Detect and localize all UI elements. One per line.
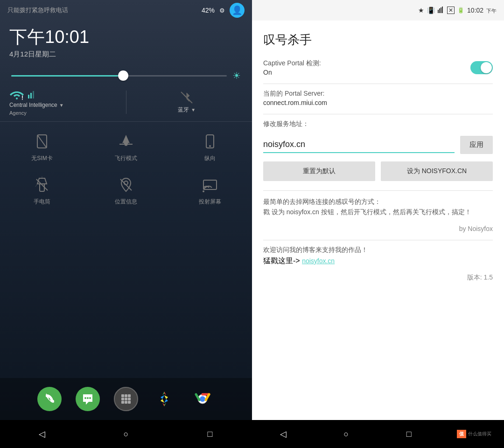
action-cast[interactable]: 投射屏幕 (168, 169, 252, 212)
svg-rect-35 (442, 7, 443, 13)
quick-toggle-row: ! Central Intelligence ▼ Agency (0, 89, 252, 122)
action-flashlight[interactable]: 手电筒 (0, 169, 84, 212)
left-nav: ◁ ○ □ (0, 429, 252, 439)
cast-label: 投射屏幕 (199, 198, 221, 206)
svg-text:!: ! (21, 95, 23, 100)
input-row: 应用 (263, 136, 493, 154)
captive-portal-value: On (263, 69, 321, 76)
left-back-button[interactable]: ◁ (23, 429, 61, 439)
no-sim-icon (33, 132, 51, 151)
svg-rect-3 (30, 93, 32, 98)
svg-rect-25 (125, 398, 127, 400)
divider-1 (263, 84, 493, 84)
dock-phone[interactable] (37, 387, 62, 411)
modify-address-label: 修改服务地址： (263, 120, 493, 128)
toggle-divider (126, 91, 126, 114)
link-row: 猛戳这里-> noisyfox.cn (263, 256, 493, 266)
brightness-slider[interactable] (11, 75, 227, 77)
bluetooth-toggle[interactable]: 蓝牙 ▼ (131, 91, 243, 114)
wifi-chevron: ▼ (59, 103, 64, 108)
wifi-name: Central Intelligence (9, 102, 57, 108)
brightness-fill (11, 75, 123, 77)
left-home-button[interactable]: ○ (107, 429, 145, 439)
brightness-icon: ☀ (232, 70, 241, 81)
modify-address-row: 修改服务地址： 应用 (263, 120, 493, 154)
reset-button[interactable]: 重置为默认 (263, 161, 375, 181)
app-dock (0, 378, 252, 420)
svg-point-9 (209, 145, 211, 147)
left-recent-button[interactable]: □ (191, 429, 229, 439)
action-no-sim[interactable]: 无SIM卡 (0, 126, 84, 169)
right-nav: ◁ ○ □ 值 什么值得买 (252, 429, 504, 439)
no-sim-label: 无SIM卡 (31, 154, 52, 162)
captive-portal-row: Captive Portal 检测: On (263, 59, 493, 76)
set-noisyfox-button[interactable]: 设为 NOISYFOX.CN (381, 161, 493, 181)
right-status-bar: ★ 📳 ✕ 🔋 10:02 下午 (252, 0, 504, 21)
app-content: 叹号杀手 Captive Portal 检测: On 当前的 Portal Se… (252, 21, 504, 420)
time-display: 下午10:01 (9, 25, 243, 49)
svg-rect-21 (121, 394, 124, 397)
app-title: 叹号杀手 (263, 32, 493, 48)
captive-portal-label: Captive Portal 检测: (263, 59, 321, 68)
address-input[interactable] (263, 137, 455, 153)
svg-rect-26 (128, 398, 131, 400)
svg-point-19 (87, 397, 89, 399)
wifi-toggle[interactable]: ! Central Intelligence ▼ Agency (9, 89, 121, 116)
emergency-text: 只能拨打紧急呼救电话 (7, 6, 68, 14)
dock-chrome[interactable] (190, 387, 215, 411)
airplane-icon (117, 132, 135, 151)
svg-rect-32 (438, 10, 439, 13)
action-airplane[interactable]: 飞行模式 (84, 126, 168, 169)
time-section: 下午10:01 4月12日星期二 (0, 21, 252, 66)
captive-portal-labels: Captive Portal 检测: On (263, 59, 321, 76)
svg-point-17 (203, 190, 204, 192)
divider-4 (263, 240, 493, 240)
svg-point-20 (89, 397, 91, 399)
svg-rect-23 (128, 394, 131, 397)
left-status-bar: 只能拨打紧急呼救电话 42% ⚙ 👤 (0, 0, 252, 21)
status-icons: 42% ⚙ 👤 (202, 3, 245, 18)
wifi-sublabel: Agency (9, 110, 27, 116)
right-recent-button[interactable]: □ (390, 429, 427, 439)
description-text: 最简单的去掉网络连接的感叹号的方式： 戳 设为 noisyfox.cn 按钮，然… (263, 196, 493, 217)
svg-rect-33 (439, 8, 440, 13)
divider-2 (263, 114, 493, 114)
quick-actions-grid: 无SIM卡 飞行模式 (0, 122, 252, 216)
signal-icon (438, 7, 444, 14)
airplane-label: 飞行模式 (115, 154, 137, 162)
svg-rect-27 (121, 401, 124, 404)
rotate-label: 纵向 (204, 154, 216, 162)
battery-icon: 🔋 (457, 7, 464, 14)
user-icon[interactable]: 👤 (230, 3, 245, 18)
brightness-thumb (118, 70, 128, 81)
svg-rect-28 (125, 401, 127, 404)
svg-rect-22 (125, 394, 127, 397)
app-settings-panel: ★ 📳 ✕ 🔋 10:02 下午 叹号杀手 Captive Portal 检测:… (252, 0, 504, 420)
divider-3 (263, 190, 493, 191)
settings-icon[interactable]: ⚙ (219, 7, 225, 14)
right-back-button[interactable]: ◁ (265, 429, 302, 439)
svg-rect-24 (121, 398, 124, 400)
location-label: 位置信息 (115, 198, 137, 206)
wifi-icon: ! (9, 89, 24, 100)
right-home-button[interactable]: ○ (328, 429, 365, 439)
bluetooth-icon-row (180, 91, 193, 104)
apply-button[interactable]: 应用 (460, 136, 493, 154)
wifi-label-row: Central Intelligence ▼ (9, 102, 64, 108)
svg-point-18 (84, 397, 86, 399)
action-rotate[interactable]: 纵向 (168, 126, 252, 169)
captive-portal-toggle[interactable] (470, 61, 493, 74)
dock-messages[interactable] (76, 387, 100, 411)
action-location[interactable]: 位置信息 (84, 169, 168, 212)
svg-point-0 (16, 98, 18, 99)
flashlight-label: 手电筒 (34, 198, 50, 206)
toggle-knob (481, 62, 492, 73)
watermark-icon: 值 (457, 430, 466, 438)
blog-link[interactable]: noisyfox.cn (302, 257, 335, 265)
time-right: 10:02 下午 (467, 7, 497, 14)
dock-photos[interactable] (152, 387, 176, 411)
portal-server-label: 当前的 Portal Server: (263, 90, 493, 98)
dock-apps[interactable] (114, 387, 138, 411)
star-icon: ★ (418, 7, 424, 14)
welcome-text: 欢迎访问我的博客来支持我的作品！ (263, 246, 493, 254)
